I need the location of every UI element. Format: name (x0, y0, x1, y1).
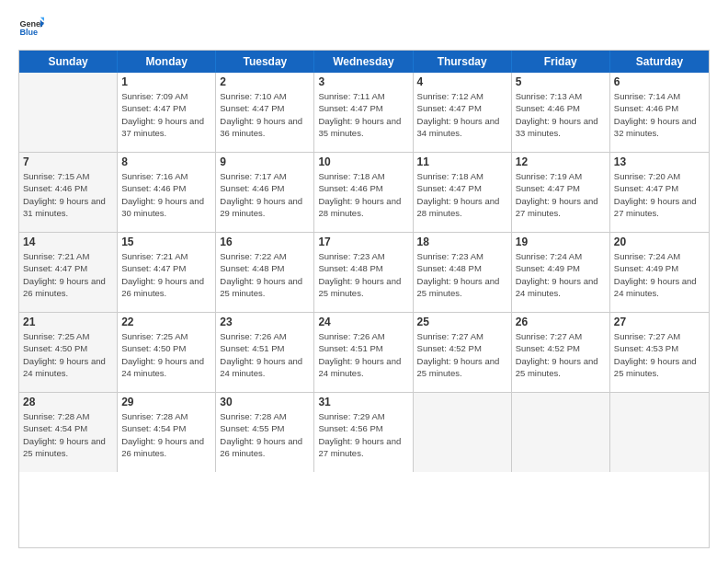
day-info: Sunrise: 7:18 AMSunset: 4:46 PMDaylight:… (318, 170, 408, 219)
calendar-cell: 9Sunrise: 7:17 AMSunset: 4:46 PMDaylight… (216, 153, 314, 232)
calendar-cell: 10Sunrise: 7:18 AMSunset: 4:46 PMDayligh… (314, 153, 413, 232)
calendar-cell: 5Sunrise: 7:13 AMSunset: 4:46 PMDaylight… (512, 73, 610, 152)
day-number: 23 (220, 316, 310, 328)
day-number: 30 (220, 396, 310, 408)
calendar-week-row: 21Sunrise: 7:25 AMSunset: 4:50 PMDayligh… (19, 313, 709, 393)
weekday-header: Saturday (610, 51, 709, 73)
day-number: 19 (516, 236, 606, 248)
calendar-cell: 30Sunrise: 7:28 AMSunset: 4:55 PMDayligh… (216, 393, 314, 472)
calendar-cell: 27Sunrise: 7:27 AMSunset: 4:53 PMDayligh… (610, 313, 709, 392)
day-number: 24 (318, 316, 408, 328)
calendar-week-row: 28Sunrise: 7:28 AMSunset: 4:54 PMDayligh… (19, 393, 709, 472)
calendar-cell: 29Sunrise: 7:28 AMSunset: 4:54 PMDayligh… (118, 393, 216, 472)
day-number: 21 (23, 316, 113, 328)
calendar-week-row: 1Sunrise: 7:09 AMSunset: 4:47 PMDaylight… (19, 73, 709, 153)
day-number: 14 (23, 236, 113, 248)
day-info: Sunrise: 7:22 AMSunset: 4:48 PMDaylight:… (220, 250, 310, 299)
logo: General Blue (18, 15, 44, 40)
day-info: Sunrise: 7:25 AMSunset: 4:50 PMDaylight:… (23, 330, 113, 379)
calendar-week-row: 14Sunrise: 7:21 AMSunset: 4:47 PMDayligh… (19, 233, 709, 313)
day-info: Sunrise: 7:16 AMSunset: 4:46 PMDaylight:… (121, 170, 211, 219)
day-number: 16 (220, 236, 310, 248)
day-number: 17 (318, 236, 408, 248)
day-info: Sunrise: 7:15 AMSunset: 4:46 PMDaylight:… (23, 170, 113, 219)
day-number: 11 (417, 155, 507, 168)
day-number: 8 (121, 155, 211, 168)
day-number: 6 (614, 75, 705, 88)
day-info: Sunrise: 7:29 AMSunset: 4:56 PMDaylight:… (318, 410, 408, 459)
day-info: Sunrise: 7:13 AMSunset: 4:46 PMDaylight:… (516, 90, 606, 139)
day-info: Sunrise: 7:27 AMSunset: 4:52 PMDaylight:… (516, 330, 606, 379)
calendar-cell: 23Sunrise: 7:26 AMSunset: 4:51 PMDayligh… (216, 313, 314, 392)
day-number: 7 (23, 155, 113, 168)
day-info: Sunrise: 7:21 AMSunset: 4:47 PMDaylight:… (23, 250, 113, 299)
weekday-header: Sunday (19, 51, 118, 73)
calendar-page: General Blue SundayMondayTuesdayWednesda… (0, 0, 728, 563)
calendar-cell: 8Sunrise: 7:16 AMSunset: 4:46 PMDaylight… (118, 153, 216, 232)
day-number: 26 (516, 316, 606, 328)
day-number: 15 (121, 236, 211, 248)
calendar-cell: 4Sunrise: 7:12 AMSunset: 4:47 PMDaylight… (414, 73, 512, 152)
calendar-cell: 13Sunrise: 7:20 AMSunset: 4:47 PMDayligh… (610, 153, 709, 232)
calendar-cell: 22Sunrise: 7:25 AMSunset: 4:50 PMDayligh… (118, 313, 216, 392)
calendar-cell: 20Sunrise: 7:24 AMSunset: 4:49 PMDayligh… (610, 233, 709, 312)
day-number: 27 (614, 316, 705, 328)
weekday-header: Friday (512, 51, 610, 73)
day-info: Sunrise: 7:21 AMSunset: 4:47 PMDaylight:… (121, 250, 211, 299)
day-info: Sunrise: 7:27 AMSunset: 4:53 PMDaylight:… (614, 330, 705, 379)
day-info: Sunrise: 7:09 AMSunset: 4:47 PMDaylight:… (121, 90, 211, 139)
calendar-cell: 26Sunrise: 7:27 AMSunset: 4:52 PMDayligh… (512, 313, 610, 392)
day-info: Sunrise: 7:24 AMSunset: 4:49 PMDaylight:… (516, 250, 606, 299)
calendar-cell: 6Sunrise: 7:14 AMSunset: 4:46 PMDaylight… (610, 73, 709, 152)
day-info: Sunrise: 7:28 AMSunset: 4:54 PMDaylight:… (121, 410, 211, 459)
day-info: Sunrise: 7:20 AMSunset: 4:47 PMDaylight:… (614, 170, 705, 219)
calendar-cell: 11Sunrise: 7:18 AMSunset: 4:47 PMDayligh… (414, 153, 512, 232)
weekday-header: Tuesday (216, 51, 314, 73)
calendar: SundayMondayTuesdayWednesdayThursdayFrid… (18, 50, 710, 548)
day-number: 9 (220, 155, 310, 168)
day-info: Sunrise: 7:26 AMSunset: 4:51 PMDaylight:… (318, 330, 408, 379)
calendar-cell: 15Sunrise: 7:21 AMSunset: 4:47 PMDayligh… (118, 233, 216, 312)
day-info: Sunrise: 7:18 AMSunset: 4:47 PMDaylight:… (417, 170, 507, 219)
calendar-cell: 18Sunrise: 7:23 AMSunset: 4:48 PMDayligh… (414, 233, 512, 312)
day-info: Sunrise: 7:27 AMSunset: 4:52 PMDaylight:… (417, 330, 507, 379)
day-info: Sunrise: 7:12 AMSunset: 4:47 PMDaylight:… (417, 90, 507, 139)
day-number: 20 (614, 236, 705, 248)
day-info: Sunrise: 7:28 AMSunset: 4:54 PMDaylight:… (23, 410, 113, 459)
day-number: 29 (121, 396, 211, 408)
calendar-cell: 17Sunrise: 7:23 AMSunset: 4:48 PMDayligh… (314, 233, 413, 312)
day-info: Sunrise: 7:23 AMSunset: 4:48 PMDaylight:… (417, 250, 507, 299)
calendar-cell (512, 393, 610, 472)
calendar-cell: 25Sunrise: 7:27 AMSunset: 4:52 PMDayligh… (414, 313, 512, 392)
calendar-cell: 14Sunrise: 7:21 AMSunset: 4:47 PMDayligh… (19, 233, 118, 312)
day-number: 13 (614, 155, 705, 168)
logo-icon: General Blue (18, 15, 44, 40)
weekday-header: Monday (118, 51, 216, 73)
day-number: 3 (318, 75, 408, 88)
svg-text:Blue: Blue (19, 28, 38, 37)
calendar-cell (610, 393, 709, 472)
calendar-header: SundayMondayTuesdayWednesdayThursdayFrid… (19, 51, 709, 73)
day-info: Sunrise: 7:26 AMSunset: 4:51 PMDaylight:… (220, 330, 310, 379)
day-info: Sunrise: 7:10 AMSunset: 4:47 PMDaylight:… (220, 90, 310, 139)
day-number: 1 (121, 75, 211, 88)
calendar-cell: 3Sunrise: 7:11 AMSunset: 4:47 PMDaylight… (314, 73, 413, 152)
day-info: Sunrise: 7:24 AMSunset: 4:49 PMDaylight:… (614, 250, 705, 299)
day-number: 4 (417, 75, 507, 88)
calendar-cell: 2Sunrise: 7:10 AMSunset: 4:47 PMDaylight… (216, 73, 314, 152)
day-info: Sunrise: 7:11 AMSunset: 4:47 PMDaylight:… (318, 90, 408, 139)
calendar-cell (414, 393, 512, 472)
calendar-week-row: 7Sunrise: 7:15 AMSunset: 4:46 PMDaylight… (19, 153, 709, 233)
day-info: Sunrise: 7:28 AMSunset: 4:55 PMDaylight:… (220, 410, 310, 459)
day-number: 18 (417, 236, 507, 248)
calendar-cell: 28Sunrise: 7:28 AMSunset: 4:54 PMDayligh… (19, 393, 118, 472)
weekday-header: Wednesday (314, 51, 413, 73)
day-info: Sunrise: 7:14 AMSunset: 4:46 PMDaylight:… (614, 90, 705, 139)
day-number: 31 (318, 396, 408, 408)
calendar-cell: 21Sunrise: 7:25 AMSunset: 4:50 PMDayligh… (19, 313, 118, 392)
day-number: 5 (516, 75, 606, 88)
day-number: 12 (516, 155, 606, 168)
day-info: Sunrise: 7:25 AMSunset: 4:50 PMDaylight:… (121, 330, 211, 379)
calendar-cell: 31Sunrise: 7:29 AMSunset: 4:56 PMDayligh… (314, 393, 413, 472)
day-number: 10 (318, 155, 408, 168)
